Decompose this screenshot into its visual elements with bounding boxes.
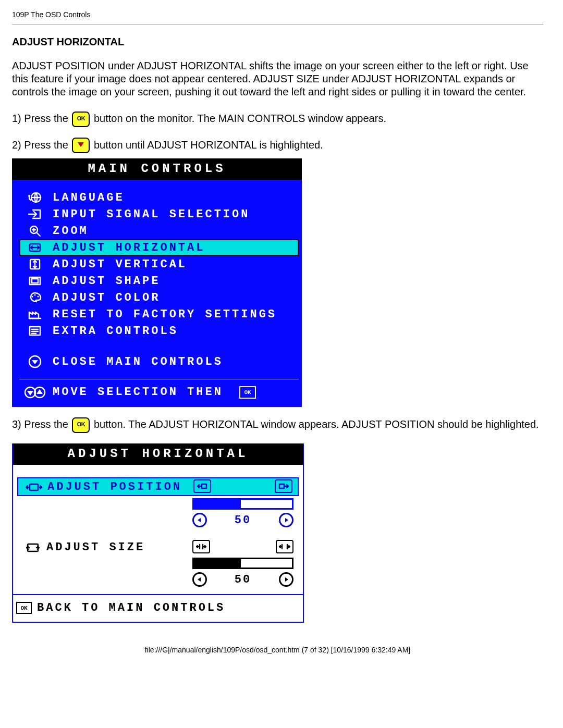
menu-label: INPUT SIGNAL SELECTION bbox=[50, 208, 298, 221]
shift-right-icon bbox=[275, 479, 292, 493]
decrease-icon[interactable] bbox=[192, 513, 207, 527]
increase-icon[interactable] bbox=[279, 572, 293, 587]
section-heading: ADJUST HORIZONTAL bbox=[12, 36, 543, 48]
step-2-text-b: button until ADJUST HORIZONTAL is highli… bbox=[94, 139, 323, 151]
adjust-size-icon bbox=[19, 540, 46, 554]
adjust-horizontal-icon bbox=[20, 241, 50, 254]
adjust-position-slider-row: 50 bbox=[17, 498, 299, 527]
osd-main-controls: MAIN CONTROLS LANGUAGE INPUT SIGNAL SELE… bbox=[12, 158, 302, 407]
adjust-size-slider-row: 50 bbox=[17, 558, 299, 587]
svg-marker-21 bbox=[285, 518, 288, 522]
osd-main-footer: MOVE SELECTION THEN OK bbox=[19, 379, 299, 407]
step-1-text-b: button on the monitor. The MAIN CONTROLS… bbox=[94, 113, 386, 124]
svg-marker-14 bbox=[27, 391, 33, 396]
menu-item-adjust-vertical[interactable]: ADJUST VERTICAL bbox=[19, 256, 299, 273]
page-footer: file:///G|/manual/english/109P/osd/osd_c… bbox=[12, 646, 543, 654]
svg-rect-18 bbox=[202, 484, 206, 488]
footer-text: MOVE SELECTION THEN bbox=[50, 386, 233, 399]
osd-sub-body: ADJUST POSITION 50 bbox=[13, 465, 303, 594]
step-3-text-a: 3) Press the bbox=[12, 418, 68, 430]
menu-item-language[interactable]: LANGUAGE bbox=[19, 189, 299, 206]
svg-point-2 bbox=[28, 195, 30, 197]
step-1: 1) Press the OK button on the monitor. T… bbox=[12, 110, 543, 127]
menu-label: EXTRA CONTROLS bbox=[50, 325, 298, 338]
adjust-position-slider[interactable]: 50 bbox=[192, 498, 297, 527]
close-label: CLOSE MAIN CONTROLS bbox=[50, 355, 299, 368]
close-down-icon bbox=[20, 355, 50, 368]
menu-item-reset[interactable]: RESET TO FACTORY SETTINGS bbox=[19, 306, 299, 323]
step-1-text-a: 1) Press the bbox=[12, 113, 68, 124]
step-3-text-b: button. The ADJUST HORIZONTAL window app… bbox=[94, 418, 539, 430]
menu-label: ADJUST VERTICAL bbox=[50, 258, 298, 271]
menu-label: ZOOM bbox=[50, 225, 298, 238]
globe-icon bbox=[20, 191, 50, 204]
osd-main-body: LANGUAGE INPUT SIGNAL SELECTION ZOOM ADJ… bbox=[12, 180, 302, 407]
footer-ok-icon: OK bbox=[16, 602, 32, 614]
input-icon bbox=[20, 208, 50, 220]
svg-marker-20 bbox=[198, 518, 201, 522]
svg-marker-0 bbox=[78, 142, 84, 147]
menu-item-close[interactable]: CLOSE MAIN CONTROLS bbox=[19, 353, 299, 371]
shape-icon bbox=[20, 275, 50, 287]
intro-paragraph: ADJUST POSITION under ADJUST HORIZONTAL … bbox=[12, 59, 543, 98]
menu-label: RESET TO FACTORY SETTINGS bbox=[50, 308, 298, 321]
svg-point-7 bbox=[32, 296, 33, 298]
up-down-nav-icon bbox=[20, 387, 50, 398]
svg-marker-24 bbox=[285, 577, 288, 582]
header-divider bbox=[12, 24, 543, 24]
ok-button-icon: OK bbox=[72, 417, 90, 433]
factory-icon bbox=[20, 308, 50, 320]
menu-item-adjust-color[interactable]: ADJUST COLOR bbox=[19, 289, 299, 306]
decrease-icon[interactable] bbox=[192, 572, 207, 587]
menu-item-adjust-shape[interactable]: ADJUST SHAPE bbox=[19, 273, 299, 289]
increase-icon[interactable] bbox=[279, 513, 293, 527]
menu-label: ADJUST HORIZONTAL bbox=[50, 241, 298, 254]
osd-adjust-horizontal: ADJUST HORIZONTAL ADJUST POSITION bbox=[12, 443, 304, 623]
step-2-text-a: 2) Press the bbox=[12, 139, 68, 151]
menu-label: LANGUAGE bbox=[50, 191, 298, 204]
menu-item-extra-controls[interactable]: EXTRA CONTROLS bbox=[19, 323, 299, 339]
adjust-position-value: 50 bbox=[235, 514, 251, 527]
menu-item-input-signal[interactable]: INPUT SIGNAL SELECTION bbox=[19, 206, 299, 223]
osd-main-title: MAIN CONTROLS bbox=[12, 158, 302, 180]
adjust-position-icon bbox=[20, 479, 47, 494]
svg-marker-16 bbox=[36, 389, 43, 394]
svg-rect-17 bbox=[30, 484, 38, 490]
svg-marker-23 bbox=[198, 577, 201, 582]
adjust-size-label: ADJUST SIZE bbox=[46, 540, 192, 554]
svg-marker-12 bbox=[32, 360, 38, 364]
shrink-icon bbox=[192, 540, 210, 553]
adjust-vertical-icon bbox=[20, 258, 50, 270]
page-header: 109P The OSD Controls bbox=[12, 10, 543, 19]
step-3: 3) Press the OK button. The ADJUST HORIZ… bbox=[12, 414, 543, 434]
adjust-size-slider[interactable]: 50 bbox=[192, 558, 297, 587]
svg-rect-19 bbox=[279, 484, 284, 488]
svg-point-8 bbox=[34, 294, 36, 296]
zoom-icon bbox=[20, 225, 50, 237]
menu-item-zoom[interactable]: ZOOM bbox=[19, 223, 299, 239]
back-label: BACK TO MAIN CONTROLS bbox=[37, 601, 225, 614]
palette-icon bbox=[20, 291, 50, 304]
step-2: 2) Press the button until ADJUST HORIZON… bbox=[12, 137, 543, 154]
adjust-size-value: 50 bbox=[235, 573, 251, 586]
adjust-size-row[interactable]: ADJUST SIZE bbox=[17, 539, 299, 556]
adjust-position-row[interactable]: ADJUST POSITION bbox=[17, 477, 299, 496]
shift-left-icon bbox=[193, 479, 211, 493]
adjust-position-label: ADJUST POSITION bbox=[47, 479, 193, 493]
svg-point-9 bbox=[38, 296, 39, 298]
menu-label: ADJUST SHAPE bbox=[50, 275, 298, 288]
down-arrow-button-icon bbox=[72, 138, 90, 153]
osd-sub-title: ADJUST HORIZONTAL bbox=[13, 443, 303, 465]
footer-ok-icon: OK bbox=[239, 386, 256, 399]
expand-icon bbox=[276, 540, 293, 553]
list-icon bbox=[20, 325, 50, 337]
osd-sub-footer[interactable]: OK BACK TO MAIN CONTROLS bbox=[13, 594, 303, 622]
menu-label: ADJUST COLOR bbox=[50, 291, 298, 304]
menu-item-adjust-horizontal[interactable]: ADJUST HORIZONTAL bbox=[19, 239, 299, 256]
ok-button-icon: OK bbox=[72, 112, 90, 127]
